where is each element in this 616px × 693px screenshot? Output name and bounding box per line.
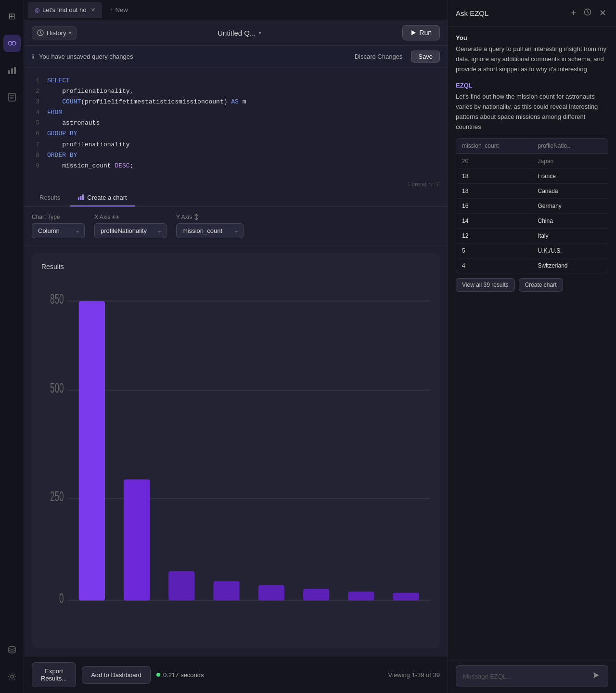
results-tabs: Results Create a chart: [24, 190, 448, 207]
table-row-germany: 16 Germany: [456, 199, 608, 214]
x-axis-label: X Axis: [94, 214, 167, 220]
view-all-results-button[interactable]: View all 39 results: [456, 278, 515, 292]
timing-value: 0.217 seconds: [163, 671, 204, 679]
unsaved-notice: ℹ You have unsaved query changes Discard…: [24, 46, 448, 68]
x-axis-arrows-icon: [112, 215, 119, 219]
export-results-button[interactable]: ExportResults...: [32, 662, 76, 687]
x-axis-group: X Axis profileNationality mission_count: [94, 214, 167, 238]
ezql-message: EZQL Let's find out how the mission coun…: [456, 82, 608, 291]
add-to-dashboard-button[interactable]: Add to Dashboard: [82, 666, 151, 684]
sidebar-item-document[interactable]: [3, 89, 21, 106]
query-timing: 0.217 seconds: [156, 671, 204, 679]
svg-rect-5: [14, 67, 16, 74]
sidebar-item-database[interactable]: [3, 641, 21, 658]
history-chevron-icon: ▾: [69, 30, 71, 36]
code-line-4: 4 FROM: [32, 107, 440, 118]
cell-switzerland-country: Switzerland: [532, 258, 608, 273]
code-line-3: 3 COUNT(profilelifetimestatisticsmission…: [32, 97, 440, 107]
cell-china-count: 14: [456, 214, 532, 228]
sidebar-item-settings[interactable]: [3, 668, 21, 685]
history-button[interactable]: History ▾: [32, 26, 77, 39]
ezql-sender-label: EZQL: [456, 82, 608, 89]
main-panel: ◎ Let's find out ho ✕ + New History ▾ Un…: [24, 0, 448, 693]
discard-changes-button[interactable]: Discard Changes: [351, 51, 407, 62]
unsaved-message: You have unsaved query changes: [39, 53, 133, 60]
query-header: History ▾ Untitled Q... ▾ Run: [24, 20, 448, 46]
active-tab[interactable]: ◎ Let's find out ho ✕: [28, 2, 102, 18]
query-title[interactable]: Untitled Q... ▾: [82, 29, 397, 37]
table-row-italy: 12 Italy: [456, 229, 608, 244]
ezql-close-button[interactable]: ✕: [597, 6, 608, 20]
table-row-japan: 20 Japan: [456, 154, 608, 169]
svg-rect-27: [168, 571, 194, 601]
tab-close-button[interactable]: ✕: [91, 7, 95, 13]
y-axis-arrows-icon: [194, 214, 199, 220]
chart-config: Chart Type Column Bar Line Scatter Pie X…: [24, 207, 448, 245]
tab-binoculars-icon: ◎: [35, 7, 39, 13]
user-sender-label: You: [456, 34, 608, 41]
cell-germany-country: Germany: [532, 199, 608, 213]
sidebar-item-binoculars[interactable]: [3, 35, 21, 52]
info-icon: ℹ: [32, 53, 34, 61]
cell-japan-country: Japan: [532, 154, 608, 168]
table-row-uk-us: 5 U.K./U.S.: [456, 244, 608, 258]
svg-point-1: [12, 41, 16, 45]
col-mission-count-header: mission_count: [456, 139, 532, 153]
x-axis-select[interactable]: profileNationality mission_count: [94, 223, 167, 238]
history-label: History: [47, 29, 66, 37]
chart-svg: 850 500 250 0: [41, 278, 430, 635]
code-line-6: 6 GROUP BY: [32, 128, 440, 139]
y-axis-select[interactable]: mission_count profileNationality: [176, 223, 244, 238]
table-row-switzerland: 4 Switzerland: [456, 258, 608, 273]
ezql-panel: Ask EZQL + ✕ You Generate a query to pul…: [448, 0, 616, 693]
code-line-7: 7 profilenationality: [32, 140, 440, 150]
svg-text:850: 850: [50, 291, 64, 307]
chat-message-input[interactable]: [463, 673, 588, 680]
ezql-title: Ask EZQL: [456, 9, 565, 17]
tab-results[interactable]: Results: [32, 190, 68, 206]
query-title-text: Untitled Q...: [218, 29, 256, 37]
cell-italy-country: Italy: [532, 229, 608, 243]
code-line-5: 5 astronauts: [32, 118, 440, 128]
chart-tab-icon: [77, 194, 84, 201]
sidebar-item-chart[interactable]: [3, 62, 21, 79]
cell-ukus-count: 5: [456, 244, 532, 258]
code-line-1: 1 SELECT: [32, 76, 440, 86]
play-icon: [411, 30, 416, 36]
history-icon: [584, 8, 591, 16]
tab-label: Let's find out ho: [42, 6, 86, 13]
run-button[interactable]: Run: [402, 25, 440, 40]
save-button[interactable]: Save: [411, 51, 440, 63]
ezql-message-text: Let's find out how the mission count for…: [456, 92, 608, 132]
table-row-france: 18 France: [456, 169, 608, 184]
ezql-history-button[interactable]: [582, 6, 593, 20]
results-table: mission_count profileNatio... 20 Japan 1…: [456, 138, 608, 273]
ezql-add-button[interactable]: +: [569, 6, 578, 20]
new-tab-label: + New: [110, 6, 128, 13]
svg-text:500: 500: [50, 380, 64, 396]
tab-create-chart[interactable]: Create a chart: [70, 190, 134, 206]
cell-france-country: France: [532, 169, 608, 183]
cell-france-count: 18: [456, 169, 532, 183]
svg-point-10: [9, 646, 15, 649]
history-clock-icon: [37, 29, 44, 36]
chart-type-wrapper: Column Bar Line Scatter Pie: [32, 223, 85, 238]
run-label: Run: [419, 29, 432, 37]
new-tab-button[interactable]: + New: [104, 4, 133, 15]
chart-container: Results 850 500 250 0: [32, 253, 440, 648]
svg-rect-3: [8, 70, 10, 74]
svg-point-11: [11, 675, 13, 678]
svg-rect-4: [11, 68, 13, 74]
sidebar: ⊞: [0, 0, 24, 693]
svg-rect-14: [78, 197, 79, 200]
create-chart-button[interactable]: Create chart: [519, 278, 563, 292]
code-editor[interactable]: 1 SELECT 2 profilenationality, 3 COUNT(p…: [24, 68, 448, 179]
chart-type-select[interactable]: Column Bar Line Scatter Pie: [32, 223, 85, 238]
chart-type-group: Chart Type Column Bar Line Scatter Pie: [32, 214, 85, 238]
cell-canada-count: 18: [456, 184, 532, 198]
sidebar-item-grid[interactable]: ⊞: [3, 8, 21, 25]
table-actions: View all 39 results Create chart: [456, 278, 608, 292]
cell-switzerland-count: 4: [456, 258, 532, 273]
chat-send-button[interactable]: [591, 670, 601, 682]
code-line-9: 9 mission_count DESC;: [32, 161, 440, 171]
